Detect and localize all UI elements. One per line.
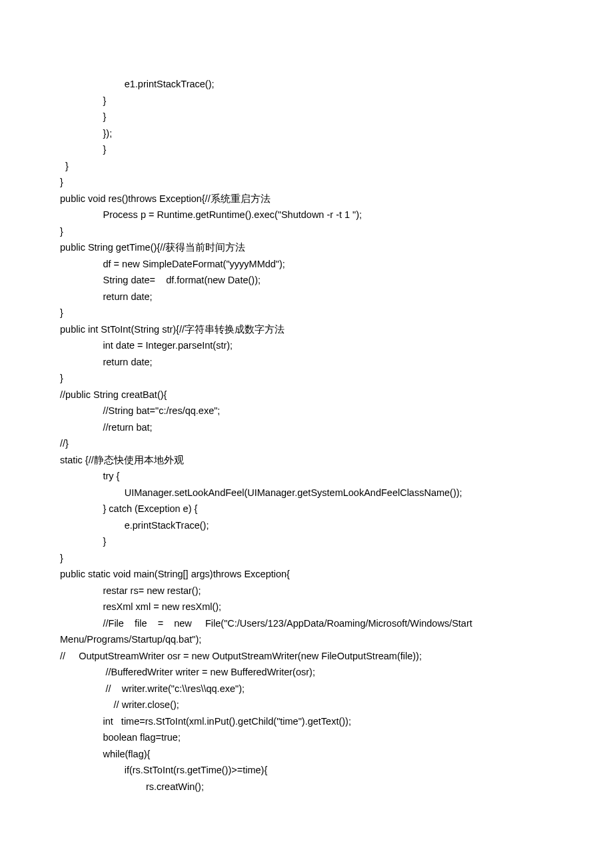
code-line: boolean flag=true; <box>60 729 553 746</box>
code-line: UIManager.setLookAndFeel(UIManager.getSy… <box>60 485 553 501</box>
code-line: return date; <box>60 354 553 371</box>
code-line: } <box>60 141 553 158</box>
cjk-text: 系统重启方法 <box>211 193 271 204</box>
code-line: e1.printStackTrace(); <box>60 76 553 93</box>
cjk-text: 静态快使用本地外观 <box>94 455 184 465</box>
code-line: static {//静态快使用本地外观 <box>60 452 553 469</box>
code-line: // OutputStreamWriter osr = new OutputSt… <box>60 648 553 665</box>
code-line: } <box>60 93 553 109</box>
code-line: try { <box>60 468 553 485</box>
code-line: resXml xml = new resXml(); <box>60 599 553 615</box>
code-line: //public String creatBat(){ <box>60 387 553 403</box>
code-line: //String bat="c:/res/qq.exe"; <box>60 403 553 419</box>
code-line: } catch (Exception e) { <box>60 501 553 517</box>
code-line: } <box>60 174 553 191</box>
code-line: Process p = Runtime.getRuntime().exec("S… <box>60 207 553 223</box>
code-line: e.printStackTrace(); <box>60 517 553 534</box>
code-line: public int StToInt(String str){//字符串转换成数… <box>60 321 553 338</box>
code-line: //BufferedWriter writer = new BufferedWr… <box>60 664 553 681</box>
cjk-text: 字符串转换成数字方法 <box>185 324 285 335</box>
code-line: } <box>60 109 553 125</box>
code-line: while(flag){ <box>60 746 553 763</box>
code-block: e1.printStackTrace(); } } }); } }}public… <box>60 76 553 795</box>
code-line: public String getTime(){//获得当前时间方法 <box>60 239 553 256</box>
code-line: } <box>60 370 553 387</box>
code-line: int date = Integer.parseInt(str); <box>60 337 553 354</box>
code-line: rs.creatWin(); <box>60 779 553 795</box>
code-line: restar rs= new restar(); <box>60 583 553 599</box>
code-line: } <box>60 550 553 567</box>
code-line: int time=rs.StToInt(xml.inPut().getChild… <box>60 713 553 730</box>
code-line: public static void main(String[] args)th… <box>60 566 553 583</box>
code-line: //return bat; <box>60 419 553 436</box>
code-line: } <box>60 223 553 240</box>
code-line: } <box>60 533 553 550</box>
cjk-text: 获得当前时间方法 <box>165 242 245 253</box>
code-line: //File file = new File("C:/Users/123/App… <box>60 615 553 648</box>
document-page: e1.printStackTrace(); } } }); } }}public… <box>0 0 613 868</box>
code-line: // writer.write("c:\\res\\qq.exe"); <box>60 681 553 697</box>
code-line: if(rs.StToInt(rs.getTime())>=time){ <box>60 762 553 779</box>
code-line: } <box>60 158 553 175</box>
code-line: } <box>60 305 553 321</box>
code-line: df = new SimpleDateFormat("yyyyMMdd"); <box>60 256 553 273</box>
code-line: }); <box>60 125 553 142</box>
code-line: public void res()throws Exception{//系统重启… <box>60 191 553 207</box>
code-line: // writer.close(); <box>60 697 553 713</box>
code-line: String date= df.format(new Date()); <box>60 272 553 289</box>
code-line: return date; <box>60 289 553 305</box>
code-line: //} <box>60 435 553 452</box>
